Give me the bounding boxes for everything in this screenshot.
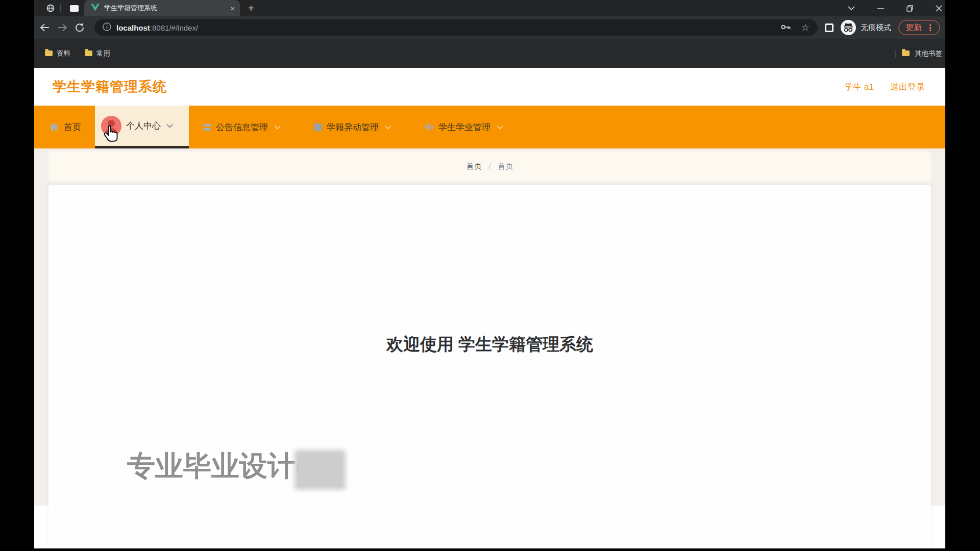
breadcrumb-separator: / [488, 162, 491, 171]
pinned-tab[interactable] [65, 0, 83, 16]
page-body: 首页 / 首页 欢迎使用 学生学籍管理系统 专业毕业设计( [34, 148, 945, 506]
restore-icon[interactable] [906, 5, 913, 12]
incognito-label: 无痕模式 [861, 23, 891, 33]
url-host: localhost [116, 23, 150, 32]
nav-item-announcements[interactable]: 公告信息管理 [203, 106, 280, 148]
nav-label: 个人中心 [126, 120, 161, 132]
minimize-icon[interactable] [877, 5, 884, 12]
app-header-right: 学生 a1 退出登录 [844, 81, 925, 93]
app-title: 学生学籍管理系统 [53, 78, 167, 96]
breadcrumb-home[interactable]: 首页 [466, 161, 482, 172]
bookmark-label: 常用 [96, 49, 110, 58]
chevron-down-icon [274, 123, 281, 130]
other-bookmarks[interactable]: | 其他书签 [895, 49, 942, 58]
screen: 学生学籍管理系统 × + localhost:8081/#/index/ ☆ [0, 0, 980, 551]
nav-label: 公告信息管理 [216, 121, 268, 133]
bookmarks-separator: | [895, 49, 897, 58]
reload-icon[interactable] [73, 23, 86, 32]
nav-label: 首页 [64, 121, 81, 133]
home-icon [50, 123, 59, 131]
blurred-region [295, 450, 346, 490]
chevron-down-icon [166, 121, 173, 128]
chevron-down-icon [497, 123, 503, 130]
breadcrumb: 首页 / 首页 [48, 152, 931, 181]
bookmarks-bar: 资料 常用 | 其他书签 [34, 39, 945, 68]
window-controls [848, 0, 945, 16]
chevron-down-icon[interactable] [848, 6, 855, 10]
window-close-icon[interactable] [936, 5, 942, 12]
bookmark-star-icon[interactable]: ☆ [801, 23, 810, 32]
announcement-icon [203, 124, 211, 131]
update-label: 更新 [905, 22, 922, 33]
tab-separator [60, 4, 61, 12]
tab-title: 学生学籍管理系统 [104, 4, 230, 13]
nav-item-academics[interactable]: 学生学业管理 [425, 106, 502, 148]
nav-item-home[interactable]: 首页 [50, 106, 81, 148]
welcome-message: 欢迎使用 学生学籍管理系统 [48, 333, 931, 356]
new-tab-button[interactable]: + [248, 3, 254, 13]
active-tab[interactable]: 学生学籍管理系统 × [84, 0, 240, 16]
update-button[interactable]: 更新 ⋮ [898, 20, 940, 35]
user-label[interactable]: 学生 a1 [844, 81, 874, 93]
site-info-icon[interactable] [103, 22, 111, 33]
folder-icon [902, 51, 910, 56]
nav-item-personal-center[interactable]: 个人中心 [95, 106, 189, 148]
logout-link[interactable]: 退出登录 [890, 81, 925, 93]
back-icon[interactable] [38, 23, 52, 32]
chevron-down-icon [385, 123, 391, 130]
forward-icon[interactable] [56, 23, 69, 32]
bookmark-folder-ziliao[interactable]: 资料 [45, 49, 70, 58]
app-header: 学生学籍管理系统 学生 a1 退出登录 [34, 68, 945, 106]
nav-label: 学籍异动管理 [327, 121, 379, 133]
globe-icon [46, 4, 55, 12]
incognito-icon [841, 20, 856, 35]
password-key-icon[interactable] [781, 23, 791, 32]
url-text: localhost:8081/#/index/ [116, 23, 198, 32]
mouse-cursor-icon [103, 125, 120, 148]
folder-icon [45, 51, 53, 56]
url-omnibox[interactable]: localhost:8081/#/index/ ☆ [94, 19, 818, 36]
browser-window: 学生学籍管理系统 × + localhost:8081/#/index/ ☆ [34, 0, 945, 548]
address-bar: localhost:8081/#/index/ ☆ 无痕模式 更新 ⋮ [34, 16, 945, 39]
side-panel-icon[interactable] [825, 23, 834, 32]
breadcrumb-current: 首页 [498, 161, 513, 172]
url-path: :8081/#/index/ [150, 23, 198, 32]
nav-item-status-changes[interactable]: 学籍异动管理 [314, 106, 390, 148]
main-nav: 首页 个人中心 公告信息管理 学籍异动管理 [34, 106, 945, 148]
tab-close-icon[interactable]: × [230, 5, 235, 12]
bookmark-label: 资料 [57, 49, 70, 58]
records-icon [314, 123, 322, 131]
vue-favicon-icon [91, 4, 100, 13]
content-card: 欢迎使用 学生学籍管理系统 专业毕业设计( [48, 185, 931, 548]
other-bookmarks-label: 其他书签 [915, 49, 942, 58]
bar-chart-icon [425, 123, 433, 131]
folder-icon [85, 51, 92, 56]
nav-label: 学生学业管理 [438, 121, 491, 133]
pinned-tab-favicon [70, 5, 79, 12]
address-bar-right: 无痕模式 更新 ⋮ [825, 20, 940, 35]
watermark-text: 专业毕业设计( [127, 447, 305, 485]
more-menu-icon[interactable]: ⋮ [926, 23, 935, 32]
incognito-badge: 无痕模式 [841, 20, 891, 35]
bookmark-folder-changyong[interactable]: 常用 [85, 49, 110, 58]
browser-tab-bar: 学生学籍管理系统 × + [34, 0, 945, 16]
